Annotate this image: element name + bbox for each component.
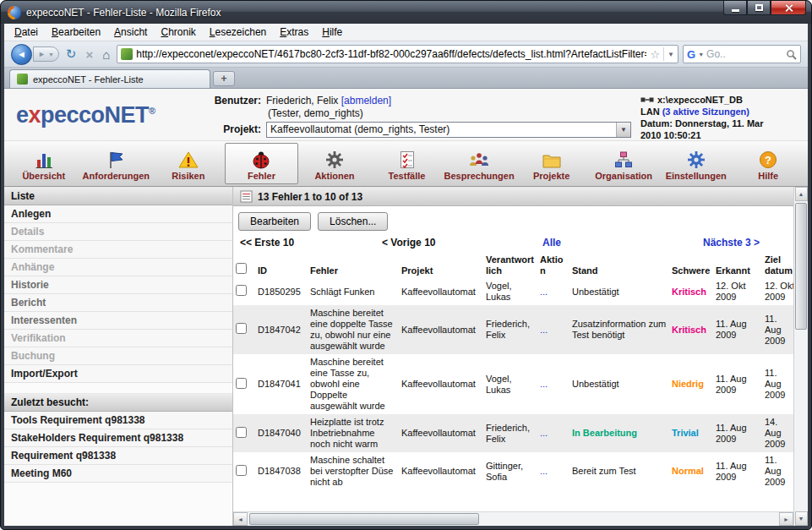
help-icon: ? bbox=[759, 147, 777, 169]
menu-extras[interactable]: Extras bbox=[273, 25, 315, 40]
recent-item[interactable]: StakeHolders Requirement q981338 bbox=[4, 429, 232, 447]
table-row[interactable]: D1850295 Schlägt Funken Kaffeevollautoma… bbox=[233, 278, 793, 305]
aktion-link[interactable]: ... bbox=[540, 325, 548, 335]
sidebar-item-import-export[interactable]: Import/Export bbox=[4, 365, 232, 383]
expecconet-logo: expeccoNET® bbox=[16, 102, 209, 128]
aktion-link[interactable]: ... bbox=[540, 379, 548, 389]
stop-button[interactable]: × bbox=[83, 47, 95, 62]
table-row[interactable]: D1847038 Maschine schaltet bei verstopft… bbox=[233, 452, 793, 490]
menu-lesezeichen[interactable]: Lesezeichen bbox=[203, 25, 273, 40]
table-row[interactable]: D1847042 Maschine bereitet eine doppelte… bbox=[233, 305, 793, 354]
search-box[interactable]: G ▼ Go.. bbox=[683, 45, 801, 63]
nav-item-fehler[interactable]: Fehler bbox=[225, 143, 299, 184]
close-button[interactable] bbox=[771, 1, 806, 15]
db-path: x:\expeccoNET_DB bbox=[657, 94, 743, 106]
recent-item[interactable]: Tools Requirement q981338 bbox=[4, 412, 232, 429]
vertical-scroll-thumb[interactable] bbox=[795, 203, 807, 330]
menu-bearbeiten[interactable]: Bearbeiten bbox=[45, 25, 107, 40]
scroll-right-button[interactable]: ► bbox=[779, 512, 793, 526]
page: expeccoNET® Benutzer:Friederich, Felix [… bbox=[4, 89, 808, 526]
scroll-up-button[interactable]: ▲ bbox=[795, 187, 808, 201]
project-select[interactable]: Kaffeevollautomat (demo_rights, Tester) … bbox=[266, 122, 631, 138]
vertical-scrollbar: ▲ ▼ bbox=[793, 187, 808, 526]
recent-item[interactable]: Meeting M60 bbox=[4, 465, 232, 483]
menu-ansicht[interactable]: Ansicht bbox=[107, 25, 154, 40]
row-checkbox[interactable] bbox=[236, 465, 247, 476]
lan-sessions-link[interactable]: (3 aktive Sitzungen) bbox=[662, 107, 749, 117]
project-select-dropdown-icon[interactable]: ▼ bbox=[616, 123, 630, 137]
maximize-button[interactable] bbox=[747, 1, 771, 15]
forward-icon: ► bbox=[38, 50, 46, 58]
col-projekt: Projekt bbox=[399, 253, 483, 278]
page-first-link[interactable]: << Erste 10 bbox=[240, 237, 294, 249]
tab-fehler-liste[interactable]: expeccoNET - Fehler-Liste bbox=[9, 69, 210, 88]
nav-item-uebersicht[interactable]: Übersicht bbox=[8, 143, 80, 184]
nav-item-testfaelle[interactable]: Testfälle bbox=[371, 143, 444, 184]
search-engine-dropdown-icon[interactable]: ▼ bbox=[698, 52, 704, 57]
network-icon bbox=[640, 96, 654, 104]
nav-item-projekte[interactable]: Projekte bbox=[515, 143, 588, 184]
delete-button[interactable]: Löschen... bbox=[318, 212, 388, 231]
table-row[interactable]: D1847041 Maschine bereitet eine Tasse zu… bbox=[233, 354, 793, 414]
nav-item-einstellungen[interactable]: Einstellungen bbox=[660, 143, 733, 184]
col-erkannt: Erkannt bbox=[713, 253, 762, 278]
minimize-button[interactable] bbox=[723, 1, 747, 15]
sidebar-item-liste[interactable]: Liste bbox=[4, 187, 232, 205]
defect-range: 1 to 10 of 13 bbox=[304, 191, 362, 203]
forward-button[interactable]: ► ▼ bbox=[33, 46, 59, 62]
page-all-link[interactable]: Alle bbox=[542, 237, 561, 249]
scroll-left-button[interactable]: ◄ bbox=[233, 512, 248, 526]
stand-value: In Bearbeitung bbox=[572, 428, 637, 438]
aktion-link[interactable]: ... bbox=[540, 428, 548, 438]
nav-item-organisation[interactable]: Organisation bbox=[587, 143, 660, 184]
schwere-value: Trivial bbox=[672, 428, 699, 438]
checklist-icon bbox=[399, 147, 416, 169]
history-dropdown-icon[interactable]: ▼ bbox=[48, 52, 54, 57]
nav-item-anforderungen[interactable]: Anforderungen bbox=[80, 143, 153, 184]
horizontal-scroll-thumb[interactable] bbox=[249, 513, 479, 525]
menu-hilfe[interactable]: Hilfe bbox=[315, 25, 349, 40]
project-label: Projekt: bbox=[209, 123, 261, 136]
nav-item-risiken[interactable]: Risiken bbox=[152, 143, 225, 184]
flag-icon bbox=[107, 147, 124, 169]
url-text[interactable]: http://expecconet/expeccoNET/4617bc80-2c… bbox=[136, 48, 646, 60]
stand-value: Unbestätigt bbox=[572, 379, 619, 389]
aktion-link[interactable]: ... bbox=[540, 287, 548, 297]
url-dropdown-icon[interactable]: ▼ bbox=[663, 47, 674, 61]
nav-item-besprechungen[interactable]: Besprechungen bbox=[443, 143, 515, 184]
table-row[interactable]: D1847040 Heizplatte ist trotz Inbetriebn… bbox=[233, 414, 793, 452]
scroll-down-button[interactable]: ▼ bbox=[795, 511, 808, 526]
edit-button[interactable]: Bearbeiten bbox=[238, 212, 311, 231]
logout-link[interactable]: [abmelden] bbox=[341, 95, 391, 107]
page-next-link[interactable]: Nächste 3 > bbox=[703, 237, 760, 249]
google-engine-icon[interactable]: G bbox=[687, 48, 695, 61]
sidebar-item-anlegen[interactable]: Anlegen bbox=[4, 205, 232, 223]
search-input[interactable]: Go.. bbox=[706, 48, 783, 60]
refresh-button[interactable]: ↻ bbox=[63, 46, 79, 62]
nav-item-aktionen[interactable]: Aktionen bbox=[298, 143, 371, 184]
url-bar[interactable]: http://expecconet/expeccoNET/4617bc80-2c… bbox=[117, 45, 678, 63]
tab-favicon bbox=[17, 74, 28, 85]
home-button[interactable]: ⌂ bbox=[100, 47, 112, 62]
menu-chronik[interactable]: Chronik bbox=[154, 25, 202, 40]
back-icon: ◄ bbox=[17, 49, 26, 59]
nav-item-hilfe[interactable]: ? Hilfe bbox=[732, 143, 804, 184]
list-title-band: 13 Fehler1 to 10 of 13 bbox=[233, 187, 793, 206]
user-label: Benutzer: bbox=[209, 95, 261, 107]
aktion-link[interactable]: ... bbox=[540, 466, 548, 476]
menu-datei[interactable]: Datei bbox=[8, 25, 45, 40]
new-tab-button[interactable]: + bbox=[213, 71, 235, 86]
search-magnifier-icon[interactable] bbox=[786, 49, 797, 60]
page-prev-link[interactable]: < Vorige 10 bbox=[382, 237, 435, 249]
row-checkbox[interactable] bbox=[236, 323, 247, 334]
horizontal-scrollbar: ◄ ► bbox=[233, 511, 793, 526]
defect-count: 13 Fehler bbox=[258, 191, 302, 203]
row-checkbox[interactable] bbox=[236, 285, 247, 296]
org-chart-icon bbox=[613, 147, 634, 169]
row-checkbox[interactable] bbox=[236, 427, 247, 438]
row-checkbox[interactable] bbox=[236, 378, 247, 389]
select-all-checkbox[interactable] bbox=[236, 263, 247, 274]
back-button[interactable]: ◄ bbox=[11, 44, 32, 65]
recent-item[interactable]: Requirement q981338 bbox=[4, 447, 232, 465]
bookmark-star-icon[interactable]: ☆ bbox=[650, 48, 660, 61]
